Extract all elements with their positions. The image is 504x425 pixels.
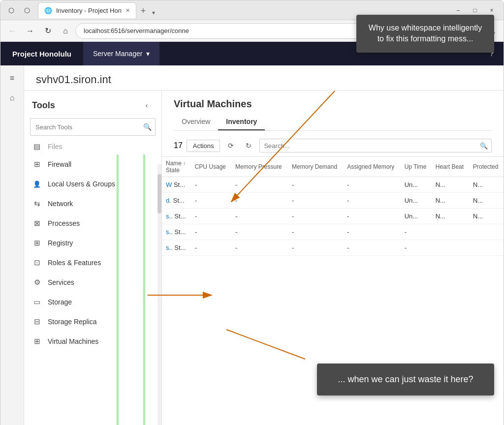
tab-inventory[interactable]: Inventory bbox=[218, 114, 265, 130]
tool-item-registry[interactable]: ⊞ Registry bbox=[24, 233, 161, 253]
vm-name-cell[interactable]: s.. St... bbox=[162, 240, 191, 256]
tooltip-whitespace: Why use whitespace intelligently to fix … bbox=[356, 15, 494, 53]
tool-item-storage-replica[interactable]: ⊟ Storage Replica bbox=[24, 312, 161, 332]
home-icon-button[interactable]: ⌂ bbox=[3, 89, 21, 107]
actions-button[interactable]: Actions bbox=[187, 140, 220, 152]
vm-protected: N... bbox=[469, 209, 504, 224]
server-header: svhv01.siron.int bbox=[24, 65, 504, 91]
tool-item-services[interactable]: ⚙ Services bbox=[24, 273, 161, 292]
vm-protected bbox=[469, 224, 504, 240]
tool-item-firewall[interactable]: ⊞ Firewall bbox=[24, 154, 161, 174]
tooltip-whitespace-text: Why use whitespace intelligently to fix … bbox=[369, 24, 482, 43]
vm-protected bbox=[469, 240, 504, 256]
vm-name-link[interactable]: W bbox=[166, 181, 172, 188]
storage-icon: ▭ bbox=[32, 297, 42, 307]
vm-count-number: 17 bbox=[174, 141, 183, 150]
col-header-cpu[interactable]: CPU Usage bbox=[191, 157, 231, 177]
forward-button[interactable]: → bbox=[22, 23, 38, 39]
tools-scrollbar-track[interactable] bbox=[158, 164, 161, 425]
vm-name-link[interactable]: d. bbox=[166, 197, 171, 204]
tab-close-button[interactable]: ✕ bbox=[126, 7, 130, 14]
vm-mem-pressure: - bbox=[231, 224, 288, 240]
vm-mem-assigned: - bbox=[343, 193, 400, 209]
vm-state: St... bbox=[174, 212, 186, 220]
col-header-heartbeat[interactable]: Heart Beat bbox=[432, 157, 469, 177]
refresh-button[interactable]: ↻ bbox=[40, 23, 56, 39]
browser-forward-icon[interactable]: ⬡ bbox=[20, 3, 34, 17]
vm-mem-pressure: - bbox=[231, 209, 288, 224]
vm-uptime: Un... bbox=[401, 209, 432, 224]
vm-name-cell[interactable]: W St... bbox=[162, 177, 191, 193]
tool-item-files-partial[interactable]: ▤ Files bbox=[24, 140, 161, 154]
back-button[interactable]: ← bbox=[4, 23, 20, 39]
tool-item-virtual-machines[interactable]: ⊞ Virtual Machines bbox=[24, 332, 161, 351]
vm-search-container: 🔍 bbox=[259, 139, 492, 152]
vm-name-cell[interactable]: s.. St... bbox=[162, 224, 191, 240]
col-header-mem-pressure[interactable]: Memory Pressure bbox=[231, 157, 288, 177]
search-tools-icon[interactable]: 🔍 bbox=[143, 123, 152, 131]
vm-mem-assigned: - bbox=[343, 224, 400, 240]
home-button[interactable]: ⌂ bbox=[58, 23, 73, 39]
tool-item-processes[interactable]: ⊠ Processes bbox=[24, 213, 161, 233]
tool-item-storage[interactable]: ▭ Storage bbox=[24, 292, 161, 312]
col-header-protected[interactable]: Protected bbox=[469, 157, 504, 177]
active-tab[interactable]: 🌐 Inventory - Project Hon ✕ bbox=[38, 2, 136, 18]
services-icon: ⚙ bbox=[32, 277, 42, 287]
vm-name-link[interactable]: s.. bbox=[166, 212, 173, 220]
tool-item-network[interactable]: ⇆ Network bbox=[24, 194, 161, 213]
vm-cpu: - bbox=[191, 224, 231, 240]
col-name-label: Name bbox=[166, 160, 182, 167]
vm-name-link[interactable]: s.. bbox=[166, 228, 173, 236]
local-users-icon: 👤 bbox=[32, 179, 42, 189]
services-label: Services bbox=[48, 278, 74, 286]
vm-mem-assigned: - bbox=[343, 240, 400, 256]
server-name: svhv01.siron.int bbox=[36, 73, 492, 86]
vm-title: Virtual Machines bbox=[174, 98, 492, 110]
table-row: s.. St... - - - - Un... N... N... bbox=[162, 209, 504, 224]
refresh-icon-button[interactable]: ↻ bbox=[242, 139, 255, 152]
virtual-machines-icon: ⊞ bbox=[32, 336, 42, 346]
network-icon: ⇆ bbox=[32, 199, 42, 209]
tool-item-local-users[interactable]: 👤 Local Users & Groups bbox=[24, 174, 161, 194]
virtual-machines-label: Virtual Machines bbox=[48, 337, 98, 345]
processes-icon: ⊠ bbox=[32, 218, 42, 228]
storage-replica-icon: ⊟ bbox=[32, 317, 42, 327]
hamburger-menu-button[interactable]: ≡ bbox=[3, 69, 21, 87]
roles-features-label: Roles & Features bbox=[48, 259, 101, 267]
filter-icon-button[interactable]: ⟳ bbox=[224, 139, 238, 152]
server-manager-menu[interactable]: Server Manager ▾ bbox=[83, 42, 159, 65]
tab-dropdown-button[interactable]: ▾ bbox=[150, 7, 157, 18]
table-header-row: Name ↑ State CPU Usage Memory Pressure M… bbox=[162, 157, 504, 177]
vm-search-input[interactable] bbox=[259, 139, 492, 152]
search-tools-input[interactable] bbox=[30, 118, 156, 136]
registry-label: Registry bbox=[48, 239, 73, 247]
vm-name-link[interactable]: s.. bbox=[166, 244, 173, 251]
new-tab-button[interactable]: + bbox=[136, 4, 150, 18]
firewall-label: Firewall bbox=[48, 160, 71, 168]
search-tools-container: 🔍 bbox=[30, 118, 156, 136]
col-header-mem-assigned[interactable]: Assigned Memory bbox=[343, 157, 400, 177]
vm-state: St... bbox=[174, 244, 186, 251]
tools-list: ▤ Files ⊞ Firewall 👤 Local Users & Group… bbox=[24, 140, 161, 425]
tool-item-roles-features[interactable]: ⊡ Roles & Features bbox=[24, 253, 161, 273]
vm-mem-demand: - bbox=[288, 240, 343, 256]
vm-cpu: - bbox=[191, 240, 231, 256]
browser-controls: ⬡ ⬡ bbox=[4, 3, 34, 17]
table-row: W St... - - - - Un... N... N... bbox=[162, 177, 504, 193]
browser-back-icon[interactable]: ⬡ bbox=[4, 3, 18, 17]
vm-search-icon: 🔍 bbox=[480, 142, 488, 150]
vm-name-cell[interactable]: s.. St... bbox=[162, 209, 191, 224]
col-header-uptime[interactable]: Up Time bbox=[401, 157, 432, 177]
col-header-name[interactable]: Name ↑ State bbox=[162, 157, 191, 177]
vm-protected: N... bbox=[469, 177, 504, 193]
tools-scrollbar-thumb[interactable] bbox=[158, 174, 161, 213]
vm-name-cell[interactable]: d. St... bbox=[162, 193, 191, 209]
col-header-mem-demand[interactable]: Memory Demand bbox=[288, 157, 343, 177]
app-logo: Project Honolulu bbox=[0, 42, 83, 65]
green-highlight-right bbox=[143, 154, 145, 425]
server-manager-label: Server Manager bbox=[93, 50, 142, 58]
tools-collapse-button[interactable]: ‹ bbox=[140, 98, 154, 112]
network-label: Network bbox=[48, 200, 73, 208]
vm-cpu: - bbox=[191, 209, 231, 224]
tab-overview[interactable]: Overview bbox=[174, 114, 218, 130]
